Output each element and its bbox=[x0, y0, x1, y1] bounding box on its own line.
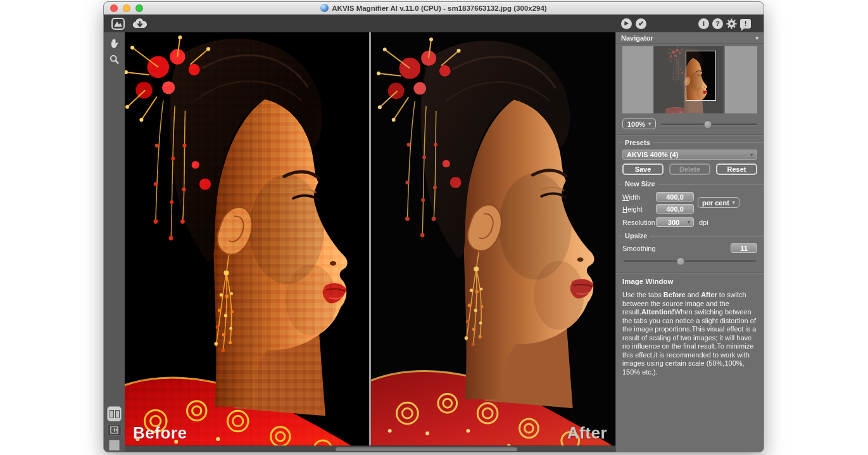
navigator-thumbnail[interactable] bbox=[654, 46, 724, 113]
zoom-controls: 100% ▾ bbox=[616, 117, 764, 134]
app-icon bbox=[320, 4, 329, 12]
after-image bbox=[371, 32, 615, 445]
width-row: Width 400,0 bbox=[616, 191, 764, 203]
zoom-value: 100% bbox=[627, 120, 645, 128]
image-window: Before After bbox=[125, 32, 616, 452]
split-view-icon[interactable] bbox=[107, 406, 122, 421]
navigator-preview bbox=[616, 44, 764, 117]
close-button[interactable] bbox=[110, 4, 118, 12]
hints-section: Image Window Use the tabs Before and Aft… bbox=[616, 273, 764, 376]
title-bar[interactable]: AKVIS Magnifier AI v.11.0 (CPU) - sm1837… bbox=[104, 2, 764, 15]
zoom-select[interactable]: 100% ▾ bbox=[622, 119, 656, 129]
zoom-slider-handle[interactable] bbox=[703, 120, 712, 129]
new-size-rows: Width 400,0 Height 400,0 per cent ▾ Reso… bbox=[616, 190, 764, 228]
app-window: AKVIS Magnifier AI v.11.0 (CPU) - sm1837… bbox=[103, 1, 764, 452]
preview-options-icon[interactable] bbox=[107, 424, 122, 436]
chevron-down-icon: ▾ bbox=[688, 219, 690, 225]
zoom-slider[interactable] bbox=[661, 120, 757, 129]
minimize-button[interactable] bbox=[123, 4, 130, 12]
zoom-tool-icon[interactable] bbox=[110, 54, 119, 65]
resolution-row: Resolution 300 ▾ dpi bbox=[616, 216, 764, 228]
new-size-section-label: New Size bbox=[616, 176, 764, 190]
zoom-button[interactable] bbox=[135, 4, 143, 12]
unit-value: per cent bbox=[702, 199, 729, 207]
chevron-down-icon: ▾ bbox=[750, 152, 753, 158]
navigator-gray-left bbox=[622, 46, 653, 113]
navigator-gray-right bbox=[725, 46, 757, 113]
hints-title: Image Window bbox=[622, 278, 758, 285]
smoothing-slider-handle[interactable] bbox=[677, 257, 685, 266]
smoothing-row: Smoothing 11 bbox=[616, 242, 764, 254]
help-icon[interactable]: ? bbox=[712, 18, 723, 29]
process-buttons: ▶ ✔ bbox=[621, 15, 646, 32]
width-label: Width bbox=[622, 193, 656, 201]
info-icon[interactable]: i bbox=[698, 18, 709, 29]
after-tab-label[interactable]: After bbox=[567, 423, 607, 443]
horizontal-scrollbar-thumb[interactable] bbox=[336, 447, 517, 451]
delete-button[interactable]: Delete bbox=[669, 163, 710, 175]
smoothing-slider[interactable] bbox=[624, 257, 756, 266]
reset-button[interactable]: Reset bbox=[716, 163, 757, 175]
smoothing-field[interactable]: 11 bbox=[731, 243, 757, 253]
height-label: Height bbox=[622, 205, 656, 213]
chevron-down-icon[interactable]: ▾ bbox=[755, 35, 758, 41]
upsize-section-label: Upsize bbox=[616, 228, 764, 242]
before-after-panes: Before After bbox=[125, 32, 615, 445]
resolution-label: Resolution bbox=[622, 219, 656, 226]
smoothing-slider-row bbox=[616, 254, 764, 270]
hints-text: Use the tabs Before and After to switch … bbox=[622, 291, 761, 376]
before-image bbox=[125, 32, 369, 445]
before-pane[interactable]: Before bbox=[125, 32, 369, 445]
help-buttons: i ? ! bbox=[698, 15, 751, 32]
settings-panel: Navigator ▾ 100% ▾ bbox=[616, 32, 764, 452]
view-controls bbox=[107, 406, 122, 452]
main-toolbar: ▶ ✔ i ? bbox=[104, 15, 764, 32]
before-tab-label[interactable]: Before bbox=[133, 423, 187, 443]
background-color-swatch[interactable] bbox=[109, 440, 120, 451]
preferences-gear-icon[interactable] bbox=[726, 18, 737, 29]
navigator-viewport-rect[interactable] bbox=[686, 51, 717, 101]
preset-selected-value: AKVIS 400% (4) bbox=[627, 151, 678, 158]
window-title: AKVIS Magnifier AI v.11.0 (CPU) - sm1837… bbox=[320, 4, 546, 12]
import-cloud-icon[interactable] bbox=[132, 18, 148, 29]
navigator-header[interactable]: Navigator ▾ bbox=[616, 32, 764, 44]
resolution-select[interactable]: 300 ▾ bbox=[656, 217, 694, 227]
open-image-icon[interactable] bbox=[111, 18, 125, 30]
after-pane[interactable]: After bbox=[371, 32, 615, 445]
horizontal-scrollbar[interactable] bbox=[125, 445, 615, 452]
apply-icon[interactable]: ✔ bbox=[636, 18, 646, 29]
chevron-down-icon: ▾ bbox=[648, 121, 651, 127]
height-row: Height 400,0 bbox=[616, 203, 764, 215]
window-title-text: AKVIS Magnifier AI v.11.0 (CPU) - sm1837… bbox=[332, 4, 546, 12]
chevron-down-icon: ▾ bbox=[733, 200, 735, 205]
resolution-value: 300 bbox=[660, 219, 688, 226]
hand-tool-icon[interactable] bbox=[110, 38, 120, 49]
run-icon[interactable]: ▶ bbox=[621, 18, 632, 29]
feedback-icon[interactable]: ! bbox=[740, 19, 751, 29]
unit-select[interactable]: per cent ▾ bbox=[698, 197, 739, 208]
preset-buttons: Save Delete Reset bbox=[616, 160, 764, 176]
content-area: Before After Navigator ▾ bbox=[104, 32, 764, 452]
smoothing-label: Smoothing bbox=[622, 245, 656, 252]
save-button[interactable]: Save bbox=[622, 163, 664, 175]
navigator-title: Navigator bbox=[621, 34, 653, 42]
preset-select[interactable]: AKVIS 400% (4) ▾ bbox=[622, 150, 757, 160]
window-controls bbox=[110, 4, 143, 12]
resolution-unit: dpi bbox=[699, 219, 708, 226]
presets-section-label: Presets bbox=[616, 135, 764, 149]
tool-strip bbox=[104, 32, 125, 452]
height-field[interactable]: 400,0 bbox=[656, 204, 694, 214]
width-field[interactable]: 400,0 bbox=[656, 192, 694, 202]
